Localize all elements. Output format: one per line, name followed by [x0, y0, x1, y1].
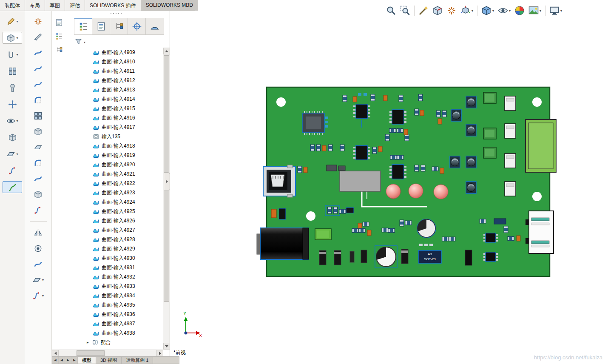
sot23-component[interactable]: A3 SOT-23	[418, 250, 441, 263]
feature-tree-item[interactable]: 曲面-输入4929	[52, 244, 163, 253]
feature-tree-item[interactable]: 曲面-输入4909	[52, 48, 163, 57]
dropdown-caret[interactable]: ▾	[16, 36, 18, 40]
coil-feature-button[interactable]	[28, 204, 48, 216]
panel-tab-configurationmanager[interactable]	[110, 18, 128, 34]
apply-scene-button[interactable]: ▾	[527, 5, 543, 17]
move-component-button[interactable]	[3, 98, 22, 110]
feature-tree-item[interactable]: 曲面-输入4935	[52, 300, 163, 310]
feature-tree-item[interactable]: 曲面-输入4918	[52, 141, 163, 151]
usb-connector[interactable]	[263, 165, 295, 197]
doc-tab-motion-study-1[interactable]: 运动算例 1	[122, 357, 153, 364]
dropdown-caret[interactable]: ▾	[16, 119, 18, 123]
mate-button[interactable]: ▾	[3, 48, 22, 60]
feature-tree-item[interactable]: 曲面-输入4933	[52, 282, 163, 291]
feature-tree-item[interactable]: 曲面-输入4927	[52, 225, 163, 235]
doc-tab-3d-views[interactable]: 3D 视图	[96, 357, 122, 364]
panel-flyout-handle[interactable]	[164, 172, 170, 191]
display-pane-button[interactable]	[55, 19, 63, 28]
feature-tree-item[interactable]: 曲面-输入4920	[52, 160, 163, 169]
assembly-features-button[interactable]	[3, 131, 22, 143]
dropdown-caret[interactable]: ▾	[16, 53, 18, 57]
pattern-feature-button[interactable]	[28, 110, 48, 122]
sweep-feature-button[interactable]	[28, 47, 48, 59]
feature-tree-item[interactable]: 曲面-输入4928	[52, 235, 163, 244]
view-orientation-button[interactable]: ▾	[459, 5, 474, 17]
deform-feature-button[interactable]	[28, 258, 48, 270]
scroll-down-button[interactable]	[163, 343, 170, 350]
zoom-to-fit-button[interactable]	[385, 5, 398, 17]
doc-tab-model[interactable]: 模型	[78, 357, 96, 364]
dynamic-annotations-button[interactable]	[445, 5, 458, 17]
dropdown-caret[interactable]: ▾	[540, 9, 541, 13]
scroll-right-button[interactable]	[156, 350, 163, 357]
boundary-feature-button[interactable]	[28, 78, 48, 90]
dropdown-caret[interactable]: ▾	[560, 9, 562, 13]
feature-tree-item[interactable]: 曲面-输入4913	[52, 85, 163, 94]
feature-tree-item[interactable]: 曲面-输入4921	[52, 169, 163, 179]
dropdown-caret[interactable]: ▾	[16, 152, 18, 156]
menu-tab-solidworks-addins[interactable]: SOLIDWORKS 插件	[85, 0, 141, 11]
tab-scroll-first-button[interactable]: ◀	[52, 357, 59, 364]
dropdown-caret[interactable]: ▾	[42, 278, 44, 282]
scroll-up-button[interactable]	[163, 48, 170, 54]
feature-tree-item[interactable]: 曲面-输入4911	[52, 66, 163, 76]
hole-wizard-button[interactable]	[28, 242, 48, 254]
view-settings-button[interactable]: ▾	[548, 5, 563, 17]
edit-appearance-button[interactable]	[513, 5, 526, 17]
feature-tree-item[interactable]: 曲面-输入4916	[52, 113, 163, 122]
panel-tab-propertymanager[interactable]	[92, 18, 110, 34]
feature-tree-item[interactable]: 曲面-输入4917	[52, 122, 163, 132]
tab-scroll-last-button[interactable]: ▶	[71, 357, 78, 364]
feature-tree-item[interactable]: 输入135	[52, 132, 163, 141]
draft-feature-button[interactable]	[28, 141, 48, 153]
previous-view-button[interactable]	[417, 5, 430, 17]
hide-show-items-button[interactable]: ▾	[497, 5, 512, 17]
dropdown-caret[interactable]: ▾	[16, 20, 18, 23]
feature-tree-item[interactable]: 曲面-输入4925	[52, 207, 163, 216]
display-style-button[interactable]: ▾	[480, 5, 495, 17]
feature-tree-item[interactable]: 曲面-输入4915	[52, 104, 163, 113]
feature-tree-item[interactable]: 曲面-输入4922	[52, 179, 163, 188]
exploded-view-button[interactable]	[28, 15, 48, 27]
feature-tree-item[interactable]: 曲面-输入4931	[52, 263, 163, 272]
dropdown-caret[interactable]: ▾	[42, 294, 44, 298]
feature-tree-item[interactable]: 曲面-输入4914	[52, 94, 163, 104]
feature-tree-item[interactable]: 曲面-输入4932	[52, 272, 163, 282]
curve-tool-button[interactable]	[3, 165, 22, 176]
edit-component-button[interactable]: ▾	[3, 15, 22, 27]
menu-tab-assembly[interactable]: 装配体	[0, 0, 25, 11]
tab-scroll-prev-button[interactable]: ◀	[59, 357, 65, 364]
panel-grip[interactable]	[110, 12, 122, 14]
dropdown-caret[interactable]: ▾	[509, 9, 511, 13]
fillet-feature-button[interactable]	[28, 94, 48, 106]
tree-filter[interactable]: ▾	[75, 37, 85, 47]
dropdown-caret[interactable]: ▾	[472, 9, 473, 13]
feature-tree-item[interactable]: 曲面-输入4937	[52, 319, 163, 328]
feature-tree-item[interactable]: ▸配合	[52, 338, 163, 347]
zoom-to-area-button[interactable]	[399, 5, 412, 17]
menu-tab-sketch[interactable]: 草图	[45, 0, 65, 11]
feature-tree-item[interactable]: 曲面-输入4930	[52, 253, 163, 263]
insert-components-button[interactable]: ▾	[3, 32, 22, 44]
shell-feature-button[interactable]	[28, 157, 48, 169]
vertical-scrollbar[interactable]	[163, 48, 170, 350]
panel-tab-dimxpertmanager[interactable]	[128, 18, 146, 34]
feature-tree-item[interactable]: 曲面-输入4923	[52, 188, 163, 197]
tab-scroll-next-button[interactable]: ▶	[65, 357, 71, 364]
feature-tree-item[interactable]: 曲面-输入4926	[52, 216, 163, 225]
section-view-button[interactable]	[431, 5, 444, 17]
feature-tree-item[interactable]: 曲面-输入4938	[52, 328, 163, 338]
menu-tab-layout[interactable]: 布局	[25, 0, 45, 11]
rib-feature-button[interactable]	[28, 125, 48, 137]
wrap-feature-button[interactable]	[28, 173, 48, 185]
horizontal-scrollbar[interactable]	[52, 350, 163, 356]
feature-tree-item[interactable]: 曲面-输入4924	[52, 197, 163, 207]
scroll-left-button[interactable]	[52, 350, 59, 357]
component-pattern-button[interactable]	[3, 65, 22, 77]
dropdown-caret[interactable]: ▾	[492, 9, 494, 13]
barrel-jack[interactable]	[257, 228, 309, 259]
loft-feature-button[interactable]	[28, 63, 48, 74]
smart-fasteners-button[interactable]	[3, 82, 22, 94]
tree-display-button[interactable]	[55, 32, 63, 41]
panel-tab-displaymanager[interactable]	[146, 18, 164, 34]
